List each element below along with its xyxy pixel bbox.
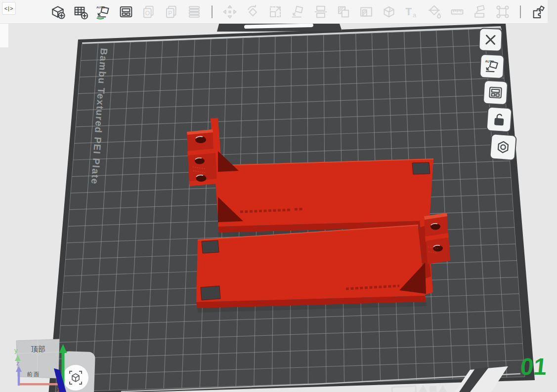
color-painting-icon bbox=[427, 4, 442, 20]
add-plate-icon bbox=[73, 4, 88, 20]
lock-open-icon bbox=[490, 111, 508, 128]
split-to-parts-button: P bbox=[162, 2, 181, 22]
toolbar-separator bbox=[520, 5, 521, 18]
top-toolbar: AUTOOPTa bbox=[0, 0, 548, 24]
add-plate-button[interactable] bbox=[71, 2, 90, 22]
view-cube[interactable]: 顶部 前面 bbox=[16, 339, 59, 378]
split-to-objects-button: O bbox=[139, 2, 159, 22]
mesh-boolean-icon bbox=[336, 4, 351, 20]
svg-text:O: O bbox=[145, 10, 150, 17]
cut-icon bbox=[313, 4, 329, 20]
variable-layer-height-icon bbox=[186, 4, 202, 20]
split-to-parts-icon: P bbox=[164, 4, 179, 20]
cut-button bbox=[311, 2, 331, 22]
mesh-boolean-button bbox=[334, 2, 353, 22]
close-button[interactable] bbox=[478, 28, 503, 52]
fix-model-icon bbox=[381, 4, 397, 20]
scene-canvas: Bambu Textured PEI Plate bbox=[0, 0, 557, 392]
auto-orient-icon: AUTO bbox=[95, 4, 111, 20]
variable-layer-height-button bbox=[184, 2, 204, 22]
close-icon bbox=[482, 32, 498, 47]
color-painting-button bbox=[425, 2, 444, 22]
view-cube-front-label[interactable]: 前面 bbox=[27, 371, 41, 377]
assembly-view-button[interactable] bbox=[528, 2, 548, 22]
assembly-view-icon bbox=[530, 4, 546, 20]
bambu-studio-3d-viewport: Bambu Textured PEI Plate bbox=[0, 0, 557, 392]
measure-button bbox=[447, 2, 467, 22]
toolbar-separator bbox=[212, 5, 213, 18]
plate-settings-button[interactable] bbox=[489, 133, 517, 161]
axis-z-label: z bbox=[16, 359, 20, 367]
axis-y-label: y bbox=[14, 347, 18, 354]
model-cutout bbox=[202, 240, 219, 253]
auto-orient-plate-button[interactable]: AUTO bbox=[479, 54, 505, 79]
split-to-objects-icon: O bbox=[141, 4, 157, 20]
model-cutout bbox=[412, 162, 430, 174]
text-tool-button: Ta bbox=[402, 2, 422, 22]
add-object-icon bbox=[50, 4, 66, 20]
negative-part-icon bbox=[358, 4, 374, 20]
auto-orient-plate-icon: AUTO bbox=[483, 58, 500, 75]
negative-part-button bbox=[356, 2, 376, 22]
arrange-button[interactable] bbox=[116, 2, 136, 22]
text-tool-icon: Ta bbox=[404, 4, 420, 20]
plate-number: 01 bbox=[519, 353, 548, 380]
rotate-icon bbox=[245, 4, 260, 20]
move-button bbox=[220, 2, 240, 22]
auto-orient-button[interactable]: AUTO bbox=[93, 2, 113, 22]
arrange-plate-icon bbox=[487, 84, 504, 101]
model-cutout bbox=[201, 286, 220, 300]
arrange-icon bbox=[118, 4, 134, 20]
scale-button bbox=[265, 2, 285, 22]
support-painting-button bbox=[470, 2, 490, 22]
assemble-button bbox=[493, 2, 513, 22]
arrange-plate-button[interactable] bbox=[483, 80, 509, 106]
scale-icon bbox=[267, 4, 283, 20]
move-icon bbox=[222, 4, 238, 20]
svg-text:a: a bbox=[413, 11, 417, 18]
lay-on-face-button bbox=[288, 2, 308, 22]
svg-text:P: P bbox=[168, 10, 172, 17]
rotate-button bbox=[243, 2, 262, 22]
assemble-icon bbox=[495, 4, 511, 20]
locate-plate-button[interactable] bbox=[63, 365, 88, 391]
view-cube-top-label[interactable]: 顶部 bbox=[31, 345, 45, 353]
support-painting-icon bbox=[472, 4, 488, 20]
svg-text:T: T bbox=[405, 5, 412, 17]
plate-settings-icon bbox=[494, 138, 513, 157]
add-object-button[interactable] bbox=[48, 2, 68, 22]
sidebar-toggle[interactable]: <|> bbox=[2, 2, 16, 15]
lay-on-face-icon bbox=[290, 4, 306, 20]
lock-open-button[interactable] bbox=[486, 106, 512, 132]
measure-icon bbox=[449, 4, 465, 20]
fix-model-button bbox=[379, 2, 399, 22]
